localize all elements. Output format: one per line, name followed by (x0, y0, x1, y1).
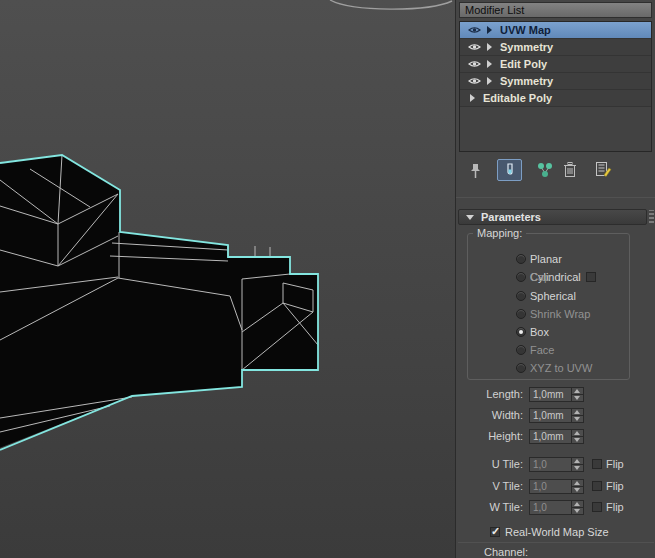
show-end-result-button[interactable] (497, 159, 522, 181)
remove-modifier-button[interactable] (562, 160, 577, 178)
w-flip-checkbox[interactable] (592, 502, 602, 512)
section-divider (458, 542, 654, 543)
modifier-label: UVW Map (500, 24, 551, 36)
modifier-row-editable-poly[interactable]: Editable Poly (460, 90, 651, 107)
w-tile-row: W Tile: Flip (456, 500, 655, 516)
viewport[interactable] (0, 0, 455, 558)
panel-scroll-grip[interactable] (649, 210, 654, 223)
width-field[interactable] (529, 408, 572, 423)
command-panel: Modifier List UVW Map Symmetry (455, 0, 655, 558)
v-flip-checkbox[interactable] (592, 481, 602, 491)
expand-arrow-icon[interactable] (470, 94, 475, 102)
option-label: Spherical (530, 290, 576, 302)
modifier-row-symmetry-2[interactable]: Symmetry (460, 73, 651, 90)
option-label: Shrink Wrap (530, 308, 590, 320)
modifier-stack: UVW Map Symmetry Edit Poly (459, 21, 652, 152)
width-row: Width: (456, 408, 655, 424)
length-spinner[interactable] (572, 387, 584, 402)
expand-arrow-icon[interactable] (487, 43, 492, 51)
test-tube-icon (505, 163, 515, 178)
length-row: Length: (456, 387, 655, 403)
parameters-rollout-header[interactable]: Parameters (458, 209, 647, 225)
height-field[interactable] (529, 429, 572, 444)
modifier-row-symmetry-1[interactable]: Symmetry (460, 39, 651, 56)
make-unique-button[interactable] (535, 162, 554, 178)
w-tile-field[interactable] (529, 500, 572, 515)
option-label: Face (530, 344, 554, 356)
modifier-row-edit-poly[interactable]: Edit Poly (460, 56, 651, 73)
option-label: XYZ to UVW (530, 362, 592, 374)
modifier-label: Editable Poly (483, 92, 552, 104)
height-label: Height: (456, 430, 523, 442)
u-tile-label: U Tile: (456, 458, 523, 470)
modifier-label: Symmetry (500, 41, 553, 53)
expand-arrow-icon[interactable] (487, 60, 492, 68)
eye-icon[interactable] (468, 59, 481, 69)
u-tile-spinner[interactable] (572, 457, 584, 472)
cap-label: Cap (530, 271, 550, 283)
expand-arrow-icon[interactable] (487, 26, 492, 34)
channel-label: Channel: (484, 546, 528, 558)
u-tile-field[interactable] (529, 457, 572, 472)
w-flip-label: Flip (606, 501, 624, 513)
mapping-option-box[interactable]: Box (456, 326, 655, 340)
u-tile-row: U Tile: Flip (456, 457, 655, 473)
modifier-label: Symmetry (500, 75, 553, 87)
radio-icon[interactable] (516, 309, 526, 319)
v-tile-label: V Tile: (456, 480, 523, 492)
expand-arrow-icon[interactable] (487, 77, 492, 85)
u-flip-label: Flip (606, 458, 624, 470)
mapping-option-shrink-wrap[interactable]: Shrink Wrap (456, 308, 655, 322)
panel-divider (456, 197, 655, 198)
cap-checkbox[interactable] (586, 272, 596, 282)
radio-icon[interactable] (516, 345, 526, 355)
mapping-group-label: Mapping: (473, 227, 526, 239)
pin-stack-button[interactable] (467, 161, 483, 180)
modifier-list-dropdown[interactable]: Modifier List (459, 2, 652, 18)
3ds-max-window: Modifier List UVW Map Symmetry (0, 0, 655, 558)
real-world-map-size-row: Real-World Map Size (456, 526, 655, 540)
modifier-row-uvw-map[interactable]: UVW Map (460, 22, 651, 39)
mapping-option-xyz-to-uvw[interactable]: XYZ to UVW (456, 362, 655, 376)
option-label: Planar (530, 253, 562, 265)
v-tile-field[interactable] (529, 479, 572, 494)
length-label: Length: (456, 388, 523, 400)
mapping-option-cylindrical[interactable]: Cylindrical Cap (456, 271, 655, 285)
real-world-map-size-label: Real-World Map Size (505, 526, 609, 538)
radio-icon-selected[interactable] (516, 327, 526, 337)
rollout-title: Parameters (481, 211, 541, 223)
eye-icon[interactable] (468, 76, 481, 86)
eye-icon[interactable] (468, 42, 481, 52)
width-spinner[interactable] (572, 408, 584, 423)
w-tile-spinner[interactable] (572, 500, 584, 515)
mapping-option-spherical[interactable]: Spherical (456, 290, 655, 304)
pin-icon (468, 162, 483, 180)
mapping-option-planar[interactable]: Planar (456, 253, 655, 267)
option-label: Box (530, 326, 549, 338)
v-tile-row: V Tile: Flip (456, 479, 655, 495)
radio-icon[interactable] (516, 291, 526, 301)
radio-icon[interactable] (516, 363, 526, 373)
make-unique-icon (536, 162, 554, 178)
height-row: Height: (456, 429, 655, 445)
configure-sets-icon (595, 160, 612, 178)
real-world-map-size-checkbox[interactable] (490, 527, 500, 537)
radio-icon[interactable] (516, 254, 526, 264)
v-tile-spinner[interactable] (572, 479, 584, 494)
length-field[interactable] (529, 387, 572, 402)
width-label: Width: (456, 409, 523, 421)
height-spinner[interactable] (572, 429, 584, 444)
modifier-label: Edit Poly (500, 58, 547, 70)
radio-icon[interactable] (516, 272, 526, 282)
mapping-option-face[interactable]: Face (456, 344, 655, 358)
rollout-open-arrow-icon (466, 215, 474, 220)
v-flip-label: Flip (606, 480, 624, 492)
viewport-canvas[interactable] (0, 0, 455, 558)
trash-icon (563, 161, 577, 178)
u-flip-checkbox[interactable] (592, 459, 602, 469)
w-tile-label: W Tile: (456, 501, 523, 513)
configure-modifier-sets-button[interactable] (594, 159, 612, 178)
eye-icon[interactable] (468, 25, 481, 35)
